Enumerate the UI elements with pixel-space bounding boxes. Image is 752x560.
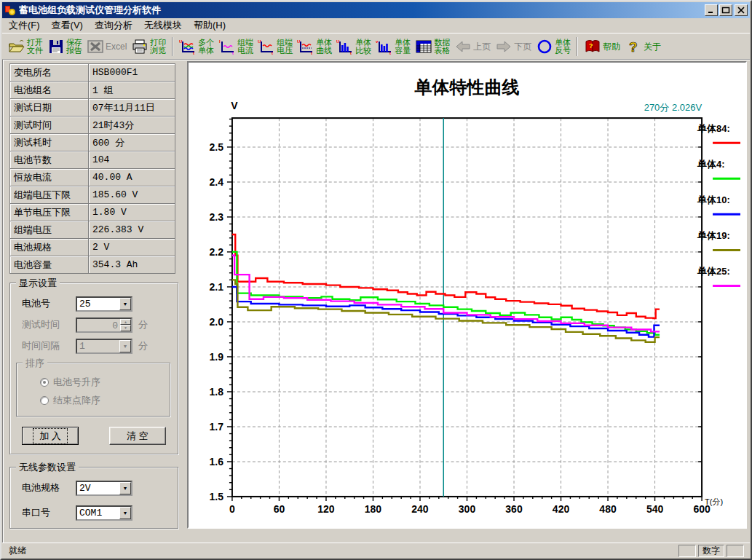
cell-curve-chart-button[interactable]: U t 单体曲线 xyxy=(295,36,334,58)
legend-label-3: 单体19: xyxy=(697,230,730,241)
x-tick-label: 0 xyxy=(229,503,235,515)
svg-text:?: ? xyxy=(589,42,593,50)
save-report-button[interactable]: 保存报告 xyxy=(45,36,84,58)
close-button[interactable] xyxy=(735,4,748,16)
svg-text:t: t xyxy=(232,51,234,55)
group-current-chart-icon: I t xyxy=(218,39,236,55)
chevron-down-icon[interactable]: ▼ xyxy=(119,298,131,310)
sort-ascending-radio: 电池号升序 xyxy=(40,376,165,389)
cell-invert-icon xyxy=(536,39,553,55)
svg-text:U: U xyxy=(179,39,182,44)
chart-panel: 0601201802403003604204805406001.51.61.71… xyxy=(187,61,747,529)
y-tick-label: 2.2 xyxy=(209,246,223,258)
window-title: 蓄电池组负载测试仪管理分析软件 xyxy=(19,4,703,17)
group-voltage-chart-icon: U t xyxy=(258,39,275,55)
excel-icon xyxy=(87,39,104,55)
help-button[interactable]: ? 帮助 xyxy=(582,36,622,58)
legend-label-1: 单体4: xyxy=(697,159,725,170)
com-port-label: 串口号 xyxy=(22,506,76,519)
cell-compare-chart-button[interactable]: U t 单体比较 xyxy=(334,36,373,58)
svg-text:t: t xyxy=(311,51,312,55)
excel-button: Excel xyxy=(84,36,129,58)
group-current-chart-button[interactable]: I t 组端电流 xyxy=(216,36,256,58)
status-num-indicator: 数字 xyxy=(698,545,724,557)
chevron-down-icon: ▼ xyxy=(119,340,131,352)
com-port-select[interactable]: COM1 ▼ xyxy=(76,505,132,521)
data-table-button[interactable]: 数据表格 xyxy=(413,36,452,58)
legend-label-4: 单体25: xyxy=(697,266,730,277)
group-voltage-chart-button[interactable]: U t 组端电压 xyxy=(256,36,295,58)
battery-no-select[interactable]: 25 ▼ xyxy=(76,296,132,312)
table-row: 电池组名1 组 xyxy=(10,82,175,99)
about-icon: ? xyxy=(625,39,642,55)
status-pane xyxy=(678,545,696,557)
menu-file[interactable]: 文件(F) xyxy=(3,17,46,33)
sort-group: 排序 电池号升序 结束点降序 xyxy=(16,363,170,417)
status-pane xyxy=(727,545,744,557)
y-tick-label: 2.3 xyxy=(209,211,223,223)
x-tick-label: 180 xyxy=(365,503,382,515)
add-button[interactable]: 加 入 xyxy=(22,427,79,445)
legend-label-0: 单体84: xyxy=(697,123,730,134)
menu-help[interactable]: 帮助(H) xyxy=(188,17,231,33)
table-row: 组端电压下限185.60 V xyxy=(10,186,175,204)
y-tick-label: 1.8 xyxy=(209,386,223,398)
cell-curve-chart-icon: U t xyxy=(297,39,314,55)
next-page-arrow-icon xyxy=(495,39,512,55)
open-file-button[interactable]: 打开文件 xyxy=(6,36,45,58)
help-book-icon: ? xyxy=(584,39,601,55)
menu-view[interactable]: 查看(V) xyxy=(46,17,89,33)
interval-label: 时间间隔 xyxy=(22,339,76,352)
svg-text:I: I xyxy=(219,39,221,44)
spin-down-icon: ▼ xyxy=(120,325,131,331)
table-row: 电池节数104 xyxy=(10,151,175,169)
test-time-label: 测试时间 xyxy=(22,318,76,331)
cell-capacity-chart-icon: v t xyxy=(376,39,393,55)
svg-text:U: U xyxy=(336,39,339,44)
maximize-button[interactable] xyxy=(719,4,732,16)
x-tick-label: 60 xyxy=(274,503,285,515)
battery-spec-label: 电池规格 xyxy=(22,481,76,494)
battery-no-label: 电池号 xyxy=(22,297,76,310)
table-row: 测试耗时600 分 xyxy=(10,134,175,151)
x-tick-label: 540 xyxy=(646,503,664,515)
save-report-icon xyxy=(47,39,65,55)
battery-info-table: 变电所名HSB000F1 电池组名1 组 测试日期07年11月11日 测试时间2… xyxy=(9,63,175,274)
svg-text:t: t xyxy=(193,51,194,55)
x-axis-label: T(分) xyxy=(705,497,723,506)
status-message: 就绪 xyxy=(9,545,676,557)
table-row: 恒放电流40.00 A xyxy=(10,169,175,186)
print-preview-button[interactable]: 打印浏览 xyxy=(129,36,168,58)
battery-spec-select[interactable]: 2V ▼ xyxy=(76,481,132,496)
multi-cell-chart-button[interactable]: U t 多个单体 xyxy=(177,36,216,58)
table-row: 测试日期07年11月11日 xyxy=(10,99,175,117)
clear-button[interactable]: 清 空 xyxy=(109,427,166,445)
chevron-down-icon[interactable]: ▼ xyxy=(119,482,131,494)
about-button[interactable]: ? 关于 xyxy=(622,36,663,58)
close-icon xyxy=(737,7,745,14)
title-bar[interactable]: 蓄电池组负载测试仪管理分析软件 xyxy=(2,2,750,18)
toolbar: 打开文件 保存报告 Excel xyxy=(2,33,750,59)
display-settings-group: 显示设置 电池号 25 ▼ 测试时间 0 ▲ ▼ xyxy=(9,283,178,454)
radio-checked-icon xyxy=(40,378,49,387)
x-tick-label: 360 xyxy=(505,503,523,515)
x-tick-label: 240 xyxy=(411,503,429,515)
minimize-button[interactable] xyxy=(705,4,718,16)
x-tick-label: 120 xyxy=(317,503,335,515)
cell-capacity-chart-button[interactable]: v t 单体容量 xyxy=(373,36,413,58)
menu-query-analysis[interactable]: 查询分析 xyxy=(89,17,138,33)
cursor-readout: 270分 2.026V xyxy=(644,102,702,113)
table-row: 变电所名HSB000F1 xyxy=(10,64,175,82)
chevron-down-icon[interactable]: ▼ xyxy=(119,507,131,519)
table-row: 组端电压226.383 V xyxy=(10,221,175,239)
y-axis-label: V xyxy=(231,100,238,111)
menu-wireless-module[interactable]: 无线模块 xyxy=(138,17,188,33)
svg-text:t: t xyxy=(389,51,391,55)
app-window: 蓄电池组负载测试仪管理分析软件 文件(F) 查看(V) 查询分析 无线模块 帮助… xyxy=(0,0,752,560)
chart-title: 单体特性曲线 xyxy=(414,77,520,97)
cell-invert-button[interactable]: 单体反号 xyxy=(534,36,573,58)
y-tick-label: 1.9 xyxy=(209,351,223,363)
print-preview-icon xyxy=(131,39,149,55)
minimize-icon xyxy=(707,7,716,14)
open-file-icon xyxy=(8,39,25,55)
